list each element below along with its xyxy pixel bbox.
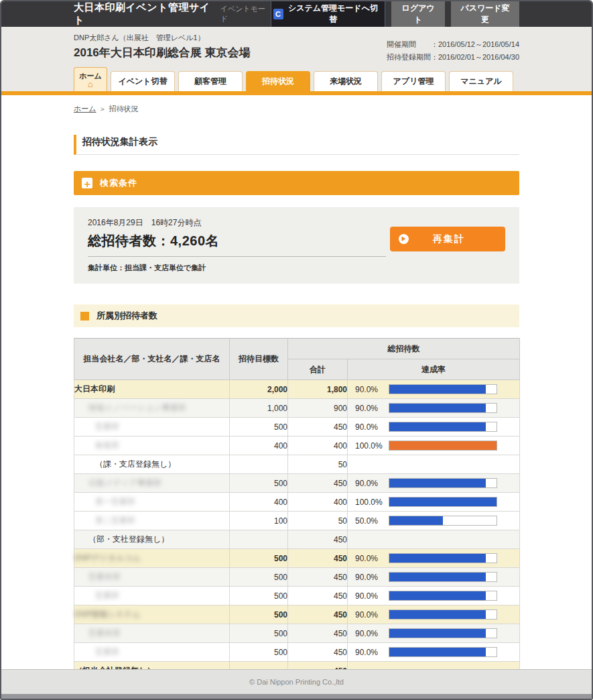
cell-name: DNP情報システム [74, 605, 230, 624]
cell-rate: 90.0% [348, 624, 520, 643]
cell-rate: 90.0% [348, 643, 520, 662]
cell-rate: 90.0% [348, 568, 520, 587]
summary-divider [88, 256, 386, 257]
cell-target [230, 662, 288, 669]
achievement-bar [389, 422, 497, 432]
tab-label: 招待状況 [262, 76, 294, 87]
tab-6[interactable]: マニュアル [449, 71, 513, 91]
search-conditions-toggle[interactable]: ＋ 検索条件 [74, 171, 519, 195]
topbar-buttons: C システム管理モードへ切替 ログアウト パスワード変更 [271, 0, 519, 29]
cell-name: 営業部 [74, 643, 230, 662]
cell-rate [348, 530, 520, 549]
achievement-bar [389, 478, 497, 488]
tab-4[interactable]: 来場状況 [314, 71, 378, 91]
table-row: 出版メディア事業部50045090.0% [74, 474, 520, 493]
tab-home[interactable]: ホーム⌂ [74, 67, 107, 91]
cell-target: 500 [230, 643, 288, 662]
expand-plus-icon: ＋ [82, 178, 92, 188]
event-period-info: 開催期間 ：2016/05/12～2016/05/14 招待登録期間：2016/… [387, 33, 519, 63]
table-row: 営業部50045090.0% [74, 418, 520, 436]
table-row: （課・支店登録無し）50 [74, 455, 520, 474]
rate-text: 50.0% [348, 516, 389, 526]
breadcrumb-current: 招待状況 [109, 105, 139, 113]
recalculate-button[interactable]: ▶ 再集計 [390, 227, 505, 251]
cell-target: 2,000 [230, 380, 288, 399]
cell-total: 450 [288, 474, 348, 493]
redacted-name: 営業本部 [88, 628, 121, 638]
name-text: （課・支店登録無し） [95, 459, 176, 469]
cell-rate: 90.0% [348, 605, 520, 624]
achievement-bar-fill [389, 573, 486, 581]
password-change-button[interactable]: パスワード変更 [451, 0, 519, 29]
page-title: 招待状況集計表示 [74, 135, 519, 155]
cell-rate: 100.0% [348, 436, 520, 455]
section-title: 所属別招待者数 [96, 310, 157, 322]
tab-label: イベント切替 [118, 76, 167, 87]
table-row: 大日本印刷2,0001,80090.0% [74, 380, 520, 399]
section-marker-icon [80, 312, 89, 320]
achievement-bar-fill [389, 479, 486, 487]
table-row: DNPデジタルコム50045090.0% [74, 549, 520, 568]
cell-target: 1,000 [230, 399, 288, 418]
cell-name: （担当会社登録無し） [74, 662, 230, 669]
cell-total: 450 [288, 568, 348, 587]
cell-target: 500 [230, 587, 288, 605]
cell-target: 500 [230, 549, 288, 568]
cell-total: 900 [288, 399, 348, 418]
table-row: 推進部400400100.0% [74, 436, 520, 455]
breadcrumb-separator: ＞ [99, 105, 107, 113]
tab-label: マニュアル [460, 76, 501, 87]
copyright-text: © Dai Nippon Printing Co.,ltd [249, 678, 344, 686]
cell-rate: 50.0% [348, 512, 520, 530]
achievement-bar [389, 384, 497, 394]
cell-total: 450 [288, 662, 348, 669]
system-mode-switch-label: システム管理モードへ切替 [287, 3, 379, 25]
top-header-bar: 大日本印刷イベント管理サイト イベントモード C システム管理モードへ切替 ログ… [1, 1, 592, 27]
logout-button[interactable]: ログアウト [391, 0, 445, 29]
tab-1[interactable]: イベント切替 [111, 71, 175, 91]
cell-name: （課・支店登録無し） [74, 455, 230, 474]
achievement-bar [389, 441, 497, 451]
achievement-bar-fill [389, 422, 486, 431]
summary-box: 2016年8月29日 16時27分時点 総招待者数：4,260名 集計単位：担当… [74, 207, 519, 284]
cell-total: 450 [288, 418, 348, 436]
tab-3[interactable]: 招待状況 [246, 71, 310, 91]
redacted-name: 第二営業部 [95, 516, 135, 525]
cell-target: 500 [230, 624, 288, 643]
table-row: （担当会社登録無し）450 [74, 662, 520, 669]
achievement-bar-fill [389, 610, 486, 619]
rate-text: 90.0% [348, 629, 389, 638]
redacted-name: 営業部 [95, 647, 119, 656]
achievement-bar-fill [389, 648, 486, 656]
cell-rate: 90.0% [348, 380, 520, 399]
achievement-bar [389, 553, 497, 563]
tab-5[interactable]: アプリ管理 [381, 71, 446, 91]
event-title: 2016年大日本印刷総合展 東京会場 [74, 45, 251, 60]
invitation-status-table: 担当会社名／部・支社名／課・支店名 招待目標数 総招待数 合計 達成率 大日本印… [74, 338, 520, 669]
cell-rate: 90.0% [348, 418, 520, 436]
redacted-name: 営業部 [95, 422, 119, 431]
cell-name: 営業本部 [74, 568, 230, 587]
site-title: 大日本印刷イベント管理サイト [74, 1, 214, 27]
invite-registration-period: 招待登録期間：2016/02/01～2016/04/30 [387, 51, 519, 64]
cell-rate: 90.0% [348, 474, 520, 493]
breadcrumb-home-link[interactable]: ホーム [74, 105, 96, 113]
tab-label: アプリ管理 [393, 76, 434, 87]
table-row: 情報イノベーション事業部1,00090090.0% [74, 399, 520, 418]
cell-name: 第一営業部 [74, 493, 230, 512]
achievement-bar-fill [389, 516, 443, 525]
system-mode-switch-button[interactable]: C システム管理モードへ切替 [271, 0, 386, 28]
achievement-bar-fill [389, 591, 486, 600]
tab-2[interactable]: 顧客管理 [178, 71, 243, 91]
table-row: 営業部50045090.0% [74, 643, 520, 662]
cell-target: 400 [230, 493, 288, 512]
redacted-name: DNPデジタルコム [74, 553, 141, 563]
cell-total: 450 [288, 587, 348, 605]
play-icon: ▶ [399, 234, 409, 244]
col-header-rate: 達成率 [348, 359, 520, 380]
table-row: 営業本部50045090.0% [74, 568, 520, 587]
redacted-name: 第一営業部 [95, 497, 135, 506]
home-icon: ⌂ [88, 80, 93, 89]
redacted-name: 営業本部 [88, 572, 121, 581]
event-period: 開催期間 ：2016/05/12～2016/05/14 [387, 38, 519, 51]
